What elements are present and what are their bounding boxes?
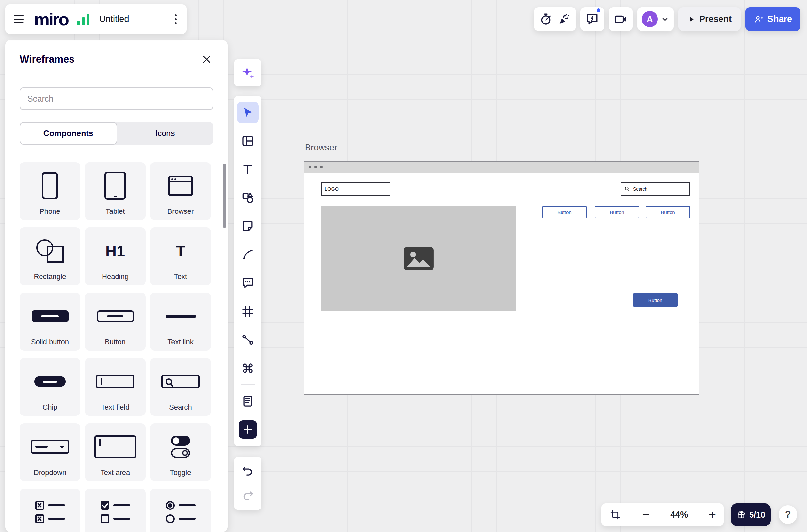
board-options-button[interactable] [174,14,177,24]
undo-button[interactable] [234,459,262,483]
main-menu-button[interactable] [14,13,27,26]
card-label: Rectangle [20,272,80,281]
shapes-icon [241,191,255,205]
checklist-wireframe-icon [100,501,130,523]
panel-scrollbar[interactable] [223,164,226,228]
card-label: Search [150,403,211,412]
radio-group-wireframe-icon [166,501,195,523]
frame-tool-button[interactable] [234,297,262,325]
component-card-radio-group[interactable] [150,489,211,532]
templates-tool-button[interactable] [234,127,262,155]
board-title[interactable]: Untitled [99,14,129,24]
wf-browser-titlebar[interactable] [304,162,699,173]
video-call-icon [613,12,628,27]
play-icon [688,15,695,23]
avatar[interactable]: A [642,11,658,27]
card-label: Browser [150,207,211,216]
component-card-toggle[interactable]: Toggle [150,423,211,481]
zoom-level[interactable]: 44% [670,510,688,520]
timer-icon [538,12,553,27]
component-card-checklist[interactable] [85,489,146,532]
wf-solid-button[interactable]: Button [633,293,678,307]
component-card-rectangle[interactable]: Rectangle [20,227,80,285]
account-menu[interactable]: A [637,7,674,31]
component-card-dropdown[interactable]: Dropdown [20,423,80,481]
ai-assistant-button[interactable] [234,60,262,85]
component-card-browser[interactable]: Browser [150,162,211,220]
component-card-phone[interactable]: Phone [20,162,80,220]
wf-image-placeholder[interactable] [321,206,516,311]
image-icon [403,246,434,271]
reactions-button[interactable] [555,7,573,31]
dropdown-wireframe-icon [31,440,69,454]
card-label: Tablet [85,207,146,216]
shapes-tool-button[interactable] [234,184,262,212]
component-card-solid-button[interactable]: Solid button [20,293,80,350]
share-button[interactable]: Share [745,7,801,31]
command-icon [241,361,255,375]
chat-icon [585,12,600,27]
reactions-icon [557,12,571,27]
toggle-wireframe-icon [171,436,190,458]
component-card-chip[interactable]: Chip [20,358,80,416]
wireframes-panel: Wireframes Components Icons Phone Tablet [5,40,227,532]
comment-tool-button[interactable] [234,269,262,297]
component-card-tablet[interactable]: Tablet [85,162,146,220]
history-toolbar [234,457,262,510]
present-button[interactable]: Present [678,7,741,31]
checkbox-group-wireframe-icon [35,501,65,523]
component-card-search[interactable]: Search [150,358,211,416]
activity-bars-icon[interactable] [77,13,90,25]
wf-outline-button-2[interactable]: Button [595,206,639,218]
component-card-text-field[interactable]: Text field [85,358,146,416]
sticky-note-icon [241,219,255,233]
component-card-text[interactable]: T Text [150,227,211,285]
wf-logo-box[interactable]: LOGO [321,183,391,195]
close-panel-button[interactable] [200,53,213,66]
zoom-controls: − 44% + [601,503,724,526]
text-tool-icon [241,162,255,176]
plus-icon [239,420,257,439]
component-card-button[interactable]: Button [85,293,146,350]
chat-button[interactable] [580,7,604,31]
pen-icon [241,247,255,262]
text-tool-button[interactable] [234,155,262,184]
credits-count: 5/10 [749,510,765,519]
help-button[interactable]: ? [778,505,797,524]
frame-title[interactable]: Browser [305,142,337,153]
docs-tool-button[interactable] [234,387,262,415]
timer-button[interactable] [537,7,555,31]
component-card-checkbox-group[interactable] [20,489,80,532]
browser-wireframe[interactable]: LOGO Search Button Button Button Button [304,161,699,395]
tab-components[interactable]: Components [20,122,117,145]
document-icon [241,394,255,408]
apps-tool-button[interactable] [234,354,262,382]
miro-logo[interactable]: miro [34,9,68,30]
text-area-wireframe-icon [94,435,136,458]
redo-button[interactable] [234,483,262,508]
credits-button[interactable]: 5/10 [731,503,771,526]
text-wireframe-icon: T [176,242,185,260]
zoom-in-button[interactable]: + [709,509,716,521]
connector-tool-button[interactable] [234,325,262,354]
sticky-note-tool-button[interactable] [234,212,262,240]
fit-to-screen-icon[interactable] [609,509,622,521]
component-card-text-area[interactable]: Text area [85,423,146,481]
cursor-icon [241,106,255,120]
redo-icon [241,489,255,503]
wf-outline-button-3[interactable]: Button [646,206,690,218]
pen-tool-button[interactable] [234,240,262,269]
component-card-heading[interactable]: H1 Heading [85,227,146,285]
panel-header: Wireframes [5,40,227,65]
component-card-text-link[interactable]: Text link [150,293,211,350]
wf-search-box[interactable]: Search [621,183,690,195]
video-call-button[interactable] [609,7,633,31]
wf-outline-button-1[interactable]: Button [542,206,587,218]
notification-dot [597,8,600,12]
search-input[interactable] [20,88,213,110]
wf-search-label: Search [633,186,648,192]
tab-icons[interactable]: Icons [117,122,213,145]
add-apps-button[interactable] [234,415,262,443]
zoom-out-button[interactable]: − [642,509,650,521]
select-tool-button[interactable] [234,98,262,127]
